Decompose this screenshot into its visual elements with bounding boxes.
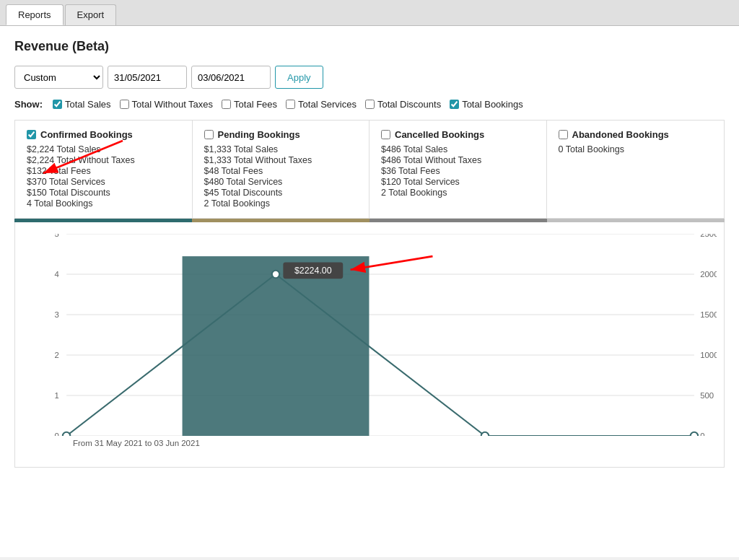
- svg-text:5: 5: [54, 234, 58, 238]
- svg-text:2000: 2000: [700, 270, 717, 279]
- booking-card-cancelled: Cancelled Bookings $486 Total Sales $486…: [370, 121, 547, 218]
- svg-text:4: 4: [54, 270, 58, 279]
- cancelled-title: Cancelled Bookings: [381, 129, 535, 140]
- svg-text:500: 500: [700, 391, 714, 400]
- svg-text:2: 2: [54, 351, 58, 359]
- data-point-3: [691, 432, 698, 436]
- booking-card-confirmed: Confirmed Bookings $2,224 Total Sales $2…: [15, 121, 193, 218]
- data-point-2: [481, 432, 489, 436]
- cancelled-checkbox[interactable]: [381, 130, 390, 139]
- pending-title: Pending Bookings: [204, 129, 358, 140]
- chart-footer: From 31 May 2021 to 03 Jun 2021: [44, 439, 717, 447]
- chart-area: 0 1 2 3 4 5 0 500 1000 1500 2000 2500 31…: [14, 222, 725, 468]
- tab-reports[interactable]: Reports: [6, 4, 64, 25]
- booking-card-pending: Pending Bookings $1,333 Total Sales $1,3…: [193, 121, 370, 218]
- chart-container: 0 1 2 3 4 5 0 500 1000 1500 2000 2500 31…: [44, 234, 717, 436]
- page-title: Revenue (Beta): [14, 39, 725, 54]
- svg-text:0: 0: [700, 432, 704, 436]
- chart-svg: 0 1 2 3 4 5 0 500 1000 1500 2000 2500 31…: [44, 234, 717, 436]
- main-content: Revenue (Beta) Custom Today This Week Th…: [0, 26, 739, 557]
- show-label: Show:: [14, 99, 43, 110]
- tabs-bar: Reports Export: [0, 0, 739, 26]
- show-total-fees[interactable]: Total Fees: [222, 99, 277, 110]
- show-total-discounts[interactable]: Total Discounts: [365, 99, 441, 110]
- svg-text:3: 3: [54, 310, 58, 319]
- date-from-input[interactable]: [108, 66, 187, 89]
- svg-text:1000: 1000: [700, 351, 717, 359]
- booking-card-abandoned: Abandoned Bookings 0 Total Bookings: [547, 121, 725, 218]
- abandoned-title: Abandoned Bookings: [559, 129, 713, 140]
- confirmed-checkbox[interactable]: [27, 130, 36, 139]
- data-point-1: [272, 271, 279, 278]
- svg-text:0: 0: [54, 432, 58, 436]
- data-point-0: [63, 432, 70, 436]
- show-total-sales[interactable]: Total Sales: [53, 99, 111, 110]
- show-row: Show: Total Sales Total Without Taxes To…: [14, 99, 725, 110]
- svg-text:1500: 1500: [700, 310, 717, 319]
- show-total-without-taxes[interactable]: Total Without Taxes: [120, 99, 213, 110]
- tab-export[interactable]: Export: [65, 4, 117, 25]
- date-to-input[interactable]: [191, 66, 271, 89]
- chart-bar: [183, 256, 370, 436]
- show-total-bookings[interactable]: Total Bookings: [450, 99, 523, 110]
- show-total-services[interactable]: Total Services: [286, 99, 357, 110]
- apply-button[interactable]: Apply: [275, 66, 323, 89]
- date-range-dropdown[interactable]: Custom Today This Week This Month: [14, 66, 103, 89]
- booking-cards: Confirmed Bookings $2,224 Total Sales $2…: [14, 120, 725, 219]
- pending-checkbox[interactable]: [204, 130, 214, 139]
- svg-text:2500: 2500: [700, 234, 717, 238]
- confirmed-title: Confirmed Bookings: [27, 129, 180, 140]
- svg-text:1: 1: [54, 391, 58, 400]
- filter-row: Custom Today This Week This Month Apply: [14, 66, 725, 89]
- abandoned-checkbox[interactable]: [559, 130, 568, 139]
- tooltip-text: $2224.00: [294, 266, 332, 276]
